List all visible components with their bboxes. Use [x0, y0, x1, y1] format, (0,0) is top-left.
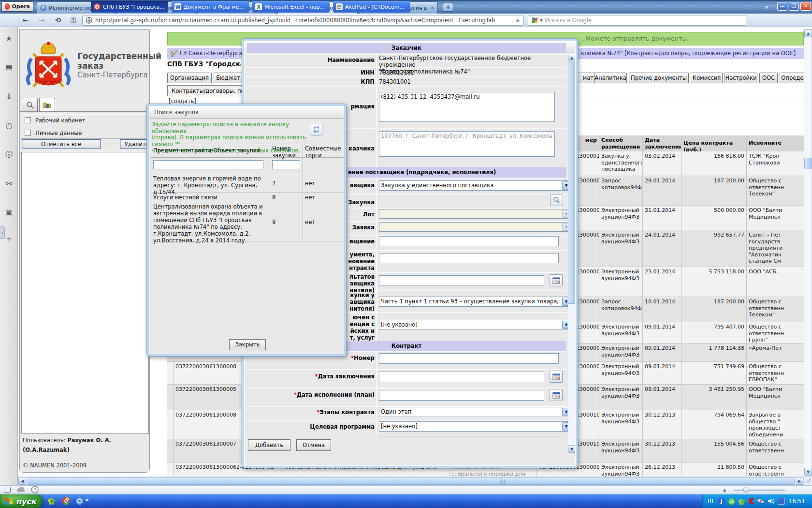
add-button[interactable]: Добавить: [248, 439, 290, 451]
tray-icq-icon[interactable]: [738, 498, 745, 505]
bookmark-star-icon[interactable]: ★: [515, 17, 521, 24]
cloud-icon[interactable]: [16, 487, 26, 493]
tab-close-icon[interactable]: ✕: [431, 5, 435, 11]
calendar-button[interactable]: [550, 371, 563, 383]
taskbar-button-excel[interactable]: X Microsoft Excel - пар...: [252, 1, 330, 13]
tray-agent-icon[interactable]: @: [728, 498, 735, 505]
calendar-button[interactable]: [550, 389, 563, 401]
cell: 03.02.2014: [643, 151, 682, 176]
tray-kaspersky-icon[interactable]: K: [748, 497, 754, 506]
select-all-button[interactable]: Отметить все: [22, 139, 101, 149]
search-dropdown-icon[interactable]: ▼: [540, 18, 543, 23]
col-sposob-header[interactable]: Способ размещения: [599, 135, 643, 151]
preference-select[interactable]: [не указано]▼: [379, 320, 571, 330]
opera-menu-button[interactable]: Opera: [1, 1, 33, 12]
contact-info-textarea[interactable]: (812) 435-31-12, 4353437@mail.ru: [379, 92, 555, 122]
tab-settings[interactable]: Настройки: [725, 73, 757, 83]
url-field[interactable]: http://portal.gz-spb.ru/fx/ccam/ru.naume…: [82, 15, 524, 26]
stages-select[interactable]: Один этап▼: [379, 407, 571, 417]
quicklaunch-more-icon[interactable]: »: [85, 496, 89, 503]
taskbar-button-akelpad[interactable]: ▤ AkelPad - [C:\Docum...: [333, 1, 410, 13]
back-icon[interactable]: ←: [22, 16, 29, 25]
results-date-input[interactable]: [379, 275, 544, 285]
turbo-icon[interactable]: [31, 486, 39, 493]
calendar-button[interactable]: [550, 274, 563, 286]
tabbar-dropdown-icon[interactable]: ▼: [765, 5, 768, 10]
subtab-contracts[interactable]: Контракты/договоры, подлежащие регистрац…: [167, 85, 252, 96]
page-title: СПб ГБУЗ "Городская поликлиника №74": [167, 60, 241, 69]
date-plan-input[interactable]: [379, 390, 544, 401]
notes-icon[interactable]: ▤: [4, 63, 14, 72]
zoom-menu-icon[interactable]: ▲: [723, 488, 726, 492]
page-hscrollbar[interactable]: ◀ ▶ ||||: [18, 477, 804, 485]
icq-icon[interactable]: [47, 497, 56, 505]
zakupka-search-button[interactable]: [550, 194, 563, 206]
date-sign-input[interactable]: [379, 372, 544, 382]
restore-button[interactable]: ❐: [789, 2, 799, 11]
program-select[interactable]: [не указано]▼: [379, 421, 571, 432]
close-dialog-button[interactable]: Закрыть: [229, 339, 266, 350]
row-number: 9: [272, 219, 276, 225]
zoom-slider-knob[interactable]: [743, 487, 749, 493]
sposob-select[interactable]: Закупка у единственного поставщика▼: [379, 180, 571, 191]
checkbox[interactable]: [25, 130, 31, 136]
tab-organization[interactable]: Организация: [167, 73, 212, 83]
tab-comission[interactable]: Комиссия: [691, 73, 723, 83]
new-tab-button[interactable]: +: [443, 3, 453, 12]
quicklaunch-icon[interactable]: [75, 497, 84, 505]
info-icon[interactable]: 🛈: [4, 150, 14, 159]
osnovanie-select[interactable]: Часть 1 пункт 1 статьи 93 – осуществлени…: [379, 297, 571, 307]
tray-network-icon[interactable]: [757, 498, 765, 505]
search-field[interactable]: ▼ Искать в Google: [528, 15, 746, 26]
downloads-icon[interactable]: ⇓: [4, 92, 14, 101]
dialog-vscrollbar[interactable]: ▲ ▼: [568, 54, 576, 453]
tray-app-icon[interactable]: [778, 498, 785, 505]
taskbar-button-opera[interactable]: O СПб ГБУЗ "Городска...: [91, 1, 168, 13]
cancel-button[interactable]: Отмена: [296, 439, 331, 451]
chrome-icon[interactable]: [62, 497, 70, 505]
izveschenie-input[interactable]: [379, 236, 559, 246]
language-indicator[interactable]: RL: [708, 498, 715, 505]
reload-icon[interactable]: ⟲: [55, 16, 61, 25]
checkbox-row-workspace[interactable]: Рабочий кабинет: [21, 114, 149, 126]
calendar-icon: [552, 373, 560, 380]
tab-oos[interactable]: ООС: [759, 73, 778, 83]
breadcrumb-left[interactable]: ГЗ Санкт-Петербурга /: [180, 48, 246, 59]
minimize-button[interactable]: —: [777, 2, 787, 11]
panel-list-area[interactable]: [21, 152, 149, 433]
history-icon[interactable]: ◷: [4, 121, 14, 130]
zoom-slider-track[interactable]: [734, 490, 785, 491]
subject-filter-input[interactable]: [153, 160, 263, 169]
checkbox[interactable]: [25, 117, 31, 123]
tab-budget[interactable]: Бюджет: [214, 73, 243, 83]
col-executor-header[interactable]: Исполните: [747, 135, 804, 151]
page-vscrollbar[interactable]: ▲ ▼: [804, 29, 812, 477]
tray-java-icon[interactable]: J: [718, 498, 725, 505]
tab-analytics[interactable]: Аналитика: [594, 73, 627, 83]
panel-toggle-icon[interactable]: [4, 487, 11, 493]
tray-volume-icon[interactable]: [768, 498, 775, 505]
panels-icon[interactable]: ▣: [4, 208, 14, 217]
refresh-icon: [313, 126, 320, 133]
add-panel-icon[interactable]: +: [4, 234, 14, 243]
document-input[interactable]: [379, 253, 559, 263]
close-button[interactable]: ✕: [800, 2, 811, 11]
refresh-button[interactable]: [310, 123, 322, 135]
col-date-header[interactable]: Дата заключения: [643, 135, 682, 151]
sidebar-collapse-handle[interactable]: ‹: [0, 226, 5, 239]
links-icon[interactable]: ⚯: [4, 179, 14, 188]
row-subject[interactable]: Услуги местной связи: [153, 194, 218, 201]
col-price-header[interactable]: Цена контракта (руб.): [682, 135, 747, 151]
forward-icon[interactable]: →: [39, 16, 45, 25]
panel-tab-search[interactable]: [22, 98, 38, 112]
panel-tab-folders-active[interactable]: [39, 98, 55, 112]
number-input[interactable]: [379, 353, 559, 364]
tab-other-documents[interactable]: Прочие документы: [629, 73, 689, 83]
row-subject[interactable]: Централизованная охрана объекта и экстре…: [153, 203, 263, 244]
row-subject[interactable]: Тепловая энергия в горячей воде по адрес…: [153, 175, 261, 195]
bookmarks-icon[interactable]: ★: [4, 34, 14, 43]
number-filter-input[interactable]: [272, 160, 300, 169]
start-button[interactable]: пуск: [0, 494, 43, 508]
checkbox-row-personal[interactable]: Личные данные: [21, 127, 149, 139]
taskbar-button-word[interactable]: W Документ в Фрагме...: [172, 1, 249, 13]
